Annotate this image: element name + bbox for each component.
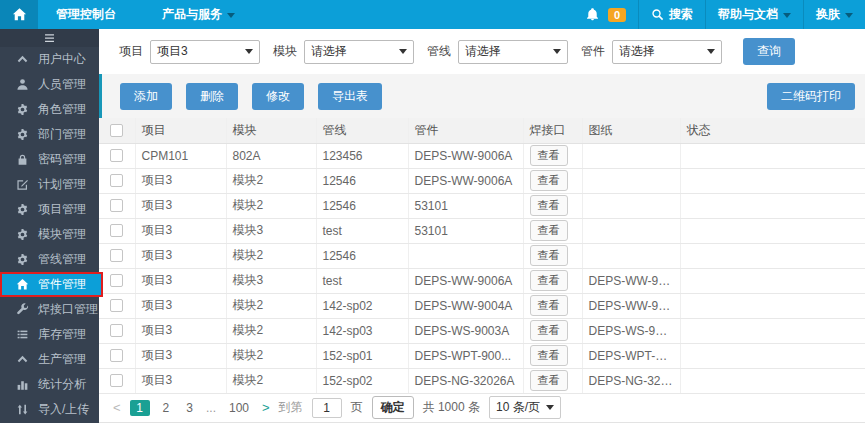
confirm-page-button[interactable]: 确定 [372, 396, 414, 419]
table-row: 项目3 模块2 142-sp02 DEPS-WW-9004A 查看 DEPS-W… [99, 293, 865, 318]
products-menu[interactable]: 产品与服务 [150, 0, 247, 29]
table-row: 项目3 模块2 12546 DEPS-WW-9006A 查看 [99, 168, 865, 193]
line-select[interactable]: 请选择 [458, 40, 568, 64]
change-skin-menu[interactable]: 换肤 [804, 0, 865, 29]
page-2-button[interactable]: 2 [159, 400, 174, 416]
row-checkbox[interactable] [110, 324, 123, 337]
row-checkbox[interactable] [110, 174, 123, 187]
page-100-button[interactable]: 100 [225, 400, 253, 416]
page-1-button[interactable]: 1 [130, 400, 150, 416]
sidebar-item-plans[interactable]: 计划管理 [0, 172, 99, 197]
next-page-button[interactable]: > [262, 400, 270, 415]
sidebar-item-pipelines[interactable]: 管线管理 [0, 247, 99, 272]
module-select[interactable]: 请选择 [304, 40, 414, 64]
column-header-project: 项目 [135, 118, 226, 143]
row-checkbox[interactable] [110, 224, 123, 237]
view-weld-button[interactable]: 查看 [530, 195, 568, 216]
sidebar-item-roles[interactable]: 角色管理 [0, 97, 99, 122]
goto-page-input[interactable] [312, 398, 342, 418]
sidebar-item-label: 焊接口管理 [38, 301, 98, 318]
sidebar-item-label: 角色管理 [38, 101, 86, 118]
brand-title: 管理控制台 [44, 0, 128, 29]
gear-icon [16, 228, 29, 241]
sidebar-item-label: 人员管理 [38, 76, 86, 93]
cell-drawing [582, 193, 680, 218]
sidebar-item-departments[interactable]: 部门管理 [0, 122, 99, 147]
table-row: 项目3 模块3 test DEPS-WW-9006A 查看 DEPS-WW-90… [99, 268, 865, 293]
sidebar-item-weld-joints[interactable]: 焊接口管理 [0, 297, 99, 322]
cell-fitting: DEPS-WPT-900... [408, 343, 523, 368]
cell-line: 12546 [316, 193, 408, 218]
query-button[interactable]: 查询 [743, 38, 795, 65]
chevron-down-icon [399, 49, 407, 54]
cell-project: 项目3 [135, 218, 226, 243]
cell-module: 模块3 [226, 268, 316, 293]
row-checkbox[interactable] [110, 149, 123, 162]
qr-print-button[interactable]: 二维码打印 [767, 83, 855, 110]
cell-module: 模块2 [226, 343, 316, 368]
cell-project: CPM101 [135, 143, 226, 168]
row-checkbox[interactable] [110, 199, 123, 212]
sidebar-item-user-center[interactable]: 用户中心 [0, 47, 99, 72]
navbar-right: 0 搜索 帮助与文档 换肤 [574, 0, 865, 29]
row-checkbox[interactable] [110, 374, 123, 387]
sidebar-item-production[interactable]: 生产管理 [0, 347, 99, 372]
list-icon [16, 328, 29, 341]
column-header-fitting: 管件 [408, 118, 523, 143]
sidebar-item-statistics[interactable]: 统计分析 [0, 372, 99, 397]
view-weld-button[interactable]: 查看 [530, 345, 568, 366]
view-weld-button[interactable]: 查看 [530, 370, 568, 391]
cell-status [680, 168, 865, 193]
cell-drawing [582, 143, 680, 168]
bell-icon [586, 8, 599, 21]
project-select[interactable]: 项目3 [150, 40, 260, 64]
delete-button[interactable]: 删除 [186, 83, 238, 110]
search-icon [651, 8, 664, 21]
view-weld-button[interactable]: 查看 [530, 320, 568, 341]
cell-status [680, 318, 865, 343]
row-checkbox[interactable] [110, 349, 123, 362]
cell-line: 142-sp02 [316, 293, 408, 318]
view-weld-button[interactable]: 查看 [530, 145, 568, 166]
add-button[interactable]: 添加 [120, 83, 172, 110]
home-icon [12, 7, 27, 22]
sidebar-item-import-upload[interactable]: 导入/上传 [0, 397, 99, 422]
select-all-checkbox[interactable] [110, 124, 123, 137]
page-3-button[interactable]: 3 [182, 400, 197, 416]
sidebar-toggle[interactable] [0, 29, 99, 47]
per-page-select[interactable]: 10 条/页 [489, 396, 561, 419]
sidebar-item-projects[interactable]: 项目管理 [0, 197, 99, 222]
module-filter-label: 模块 [273, 43, 297, 60]
view-weld-button[interactable]: 查看 [530, 245, 568, 266]
fitting-filter-label: 管件 [581, 43, 605, 60]
modify-button[interactable]: 修改 [252, 83, 304, 110]
view-weld-button[interactable]: 查看 [530, 170, 568, 191]
row-checkbox[interactable] [110, 299, 123, 312]
cell-drawing: DEPS-WW-9004A [582, 293, 680, 318]
search-button[interactable]: 搜索 [639, 0, 705, 29]
notifications-button[interactable]: 0 [574, 0, 638, 29]
view-weld-button[interactable]: 查看 [530, 295, 568, 316]
sidebar-item-pipe-fittings[interactable]: 管件管理 [0, 272, 103, 297]
sidebar-item-inventory[interactable]: 库存管理 [0, 322, 99, 347]
cell-status [680, 268, 865, 293]
sidebar-item-personnel[interactable]: 人员管理 [0, 72, 99, 97]
chevron-down-icon [245, 49, 253, 54]
cell-status [680, 368, 865, 393]
table-row: CPM101 802A 123456 DEPS-WW-9006A 查看 [99, 143, 865, 168]
view-weld-button[interactable]: 查看 [530, 220, 568, 241]
sidebar-item-passwords[interactable]: 密码管理 [0, 147, 99, 172]
help-docs-menu[interactable]: 帮助与文档 [706, 0, 803, 29]
column-header-status: 状态 [680, 118, 865, 143]
fitting-select[interactable]: 请选择 [612, 40, 722, 64]
sidebar-item-modules[interactable]: 模块管理 [0, 222, 99, 247]
project-select-value: 项目3 [157, 43, 188, 60]
row-checkbox[interactable] [110, 274, 123, 287]
row-checkbox[interactable] [110, 249, 123, 262]
cell-project: 项目3 [135, 193, 226, 218]
home-button[interactable] [0, 0, 38, 29]
cell-fitting: 53101 [408, 193, 523, 218]
view-weld-button[interactable]: 查看 [530, 270, 568, 291]
prev-page-button[interactable]: < [113, 400, 121, 415]
export-table-button[interactable]: 导出表 [318, 83, 382, 110]
